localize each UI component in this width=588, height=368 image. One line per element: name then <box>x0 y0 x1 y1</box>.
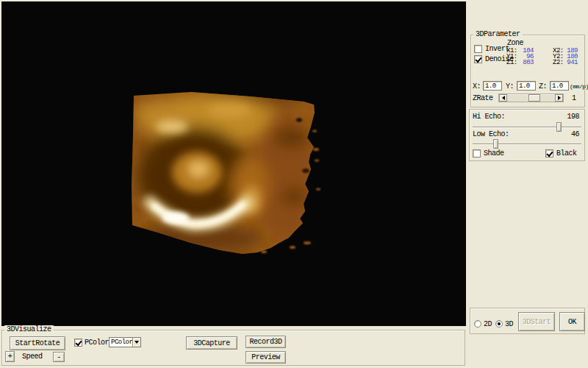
ultrasound-render <box>1 1 466 326</box>
radio-3d-label: 3D <box>505 321 513 328</box>
pcolor-dropdown[interactable]: PColor <box>109 337 141 347</box>
radio-2d[interactable] <box>474 320 481 328</box>
low-echo-slider[interactable] <box>473 139 581 149</box>
hi-echo-slider-thumb[interactable] <box>556 122 562 132</box>
start-3d-button[interactable]: 3DStart <box>518 312 555 331</box>
zone-z2-value: 941 <box>562 59 578 66</box>
radio-2d-label: 2D <box>484 321 492 328</box>
hi-echo-label: Hi Echo: <box>473 113 505 121</box>
start-rotate-button[interactable]: StartRotate <box>10 336 65 350</box>
radio-3d[interactable] <box>495 320 503 328</box>
zone-z1-value: 803 <box>516 59 534 66</box>
black-label: Black <box>556 150 577 158</box>
speed-plus-button[interactable]: + <box>5 351 15 362</box>
low-echo-slider-thumb[interactable] <box>493 139 498 149</box>
scale-unit-label: (mm/p) <box>570 83 588 91</box>
parameter-groupbox: 3DParameter Invert Denoise Zone X1: 104 … <box>470 35 585 107</box>
speed-minus-button[interactable]: - <box>53 352 65 362</box>
parameter-group-title: 3DParameter <box>473 30 523 38</box>
scale-z-input[interactable] <box>550 81 569 91</box>
scale-y-label: Y: <box>506 83 514 91</box>
zrate-scrollbar[interactable] <box>498 93 564 102</box>
zrate-value: 1 <box>572 95 576 102</box>
preview-button[interactable]: Preview <box>245 351 286 364</box>
black-checkbox[interactable] <box>545 149 553 158</box>
shade-label: Shade <box>484 150 504 158</box>
zrate-scroll-left-arrow-icon[interactable] <box>499 94 507 102</box>
ok-button[interactable]: OK <box>559 312 585 331</box>
scale-x-label: X: <box>473 83 481 91</box>
record-3d-button[interactable]: Record3D <box>245 336 286 348</box>
low-echo-label: Low Echo: <box>473 131 509 138</box>
scale-z-label: Z: <box>539 83 547 91</box>
zrate-scroll-right-arrow-icon[interactable] <box>555 94 563 102</box>
pcolor-checkbox-label: PColor <box>85 339 109 347</box>
render-viewport[interactable] <box>1 1 466 326</box>
low-echo-slider-track[interactable] <box>473 144 581 145</box>
zone-label: Zone <box>507 40 523 47</box>
action-groupbox: 2D 3D 3DStart OK <box>470 308 585 334</box>
capture-3d-button[interactable]: 3DCapture <box>186 336 237 350</box>
scale-y-input[interactable] <box>517 81 536 91</box>
visualize-group-title: 3DVisualize <box>4 325 54 333</box>
zrate-label: ZRate <box>473 95 493 102</box>
scale-x-input[interactable] <box>483 81 502 91</box>
hi-echo-slider-track[interactable] <box>473 127 581 128</box>
denoise-checkbox[interactable] <box>474 55 482 63</box>
speed-label: Speed <box>22 353 43 361</box>
echo-groupbox: Hi Echo: 198 Low Echo: 46 Shade Black <box>469 109 585 161</box>
low-echo-value: 46 <box>571 131 579 138</box>
pcolor-checkbox[interactable] <box>74 339 82 347</box>
pcolor-dropdown-arrow-icon[interactable] <box>132 338 140 347</box>
hi-echo-value: 198 <box>567 113 579 121</box>
pcolor-dropdown-value: PColor <box>110 338 132 347</box>
shade-checkbox[interactable] <box>473 149 481 158</box>
visualize-groupbox: 3DVisualize StartRotate + Speed - PColor… <box>1 330 465 366</box>
invert-checkbox[interactable] <box>474 45 482 53</box>
zrate-scroll-thumb[interactable] <box>528 94 540 102</box>
